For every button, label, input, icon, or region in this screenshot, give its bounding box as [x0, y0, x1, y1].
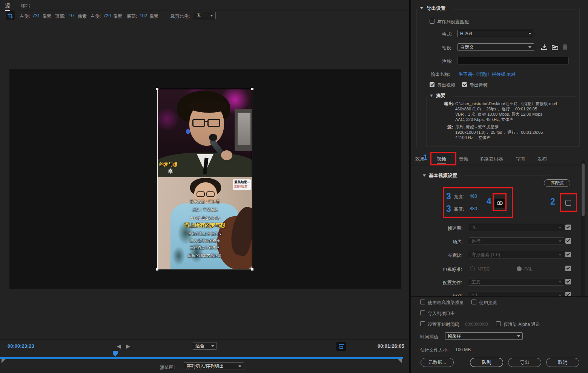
import-to-project-label: 导入到项目中 — [428, 310, 455, 317]
profile-value: 主要 — [471, 279, 556, 285]
tab-output[interactable]: 输出 — [21, 3, 31, 9]
summary-source-lines: 序列, 黄妃 - 繁华拢是梦 1920x1080 (1.0)， 25 fps， … — [455, 124, 576, 140]
import-preset-button[interactable] — [551, 43, 559, 51]
frame-rate-checkbox[interactable] — [565, 225, 571, 230]
start-timecode-value: 00:00:00:00 — [465, 322, 488, 326]
ntsc-radio — [470, 266, 475, 271]
timeline-in-handle[interactable] — [2, 359, 6, 363]
crop-icon — [8, 13, 13, 18]
annotated-checkbox[interactable] — [565, 200, 571, 206]
crop-handle-tl[interactable] — [156, 88, 158, 90]
width-value[interactable]: 460 — [470, 194, 477, 199]
use-previews-label: 使用预览 — [479, 300, 497, 306]
lyric-line: 各色的脸上各色的妆 — [158, 231, 252, 236]
crop-top-value[interactable]: 97 — [69, 13, 74, 18]
comment-input[interactable] — [458, 57, 569, 64]
export-range-button[interactable] — [336, 342, 346, 351]
lyric-line: 当你走进这欢乐场 — [158, 216, 252, 221]
man-glasses-right — [206, 191, 215, 197]
output-name-link[interactable]: 毛不易-《消愁》拼接板.mp4 — [459, 71, 516, 78]
metadata-button[interactable]: 元数据... — [421, 358, 454, 367]
render-alpha-checkbox[interactable] — [496, 321, 501, 326]
tab-source[interactable]: 源 — [5, 3, 10, 11]
match-sequence-checkbox[interactable] — [430, 19, 434, 24]
field-order-checkbox[interactable] — [565, 238, 571, 244]
tab-effects[interactable]: 效果 — [415, 156, 425, 162]
chevron-down-icon — [211, 345, 214, 347]
crop-bottom-value[interactable]: 102 — [140, 13, 147, 18]
time-interp-dropdown[interactable]: 帧采样 — [445, 332, 523, 340]
queue-button[interactable]: 队列 — [470, 358, 503, 367]
zoom-level-dropdown[interactable]: 适合 — [193, 342, 217, 350]
link-width-height-button[interactable] — [494, 199, 505, 208]
crop-ratio-value: 无 — [197, 12, 208, 19]
import-to-project-checkbox[interactable] — [420, 310, 425, 315]
level-checkbox[interactable] — [565, 292, 571, 296]
microphone-head — [209, 134, 217, 141]
max-render-quality-checkbox[interactable] — [420, 300, 425, 304]
crop-left-label: 左侧: — [20, 13, 30, 20]
height-label: 高度: — [454, 206, 464, 212]
timeline-out-handle[interactable] — [398, 359, 402, 363]
aspect-checkbox[interactable] — [565, 252, 571, 257]
chevron-down-icon — [559, 227, 562, 229]
glasses-right-lens — [207, 119, 220, 127]
export-video-checkbox[interactable] — [430, 82, 434, 87]
export-audio-checkbox[interactable] — [462, 82, 467, 87]
crop-ratio-label: 裁剪比例: — [170, 13, 190, 20]
frame-rate-value: 25 — [471, 225, 556, 230]
crop-handle-tr[interactable] — [251, 88, 253, 90]
tab-audio[interactable]: 音频 — [459, 156, 468, 162]
export-audio-label: 导出音频 — [470, 82, 488, 89]
in-point-marker-icon[interactable] — [117, 344, 121, 349]
chevron-down-icon — [559, 240, 562, 242]
set-start-timecode-label: 设置开始时间码 — [428, 321, 459, 328]
download-tray-icon — [541, 44, 548, 50]
use-previews-checkbox[interactable] — [471, 300, 476, 304]
crop-left-value[interactable]: 731 — [32, 13, 40, 18]
crop-bottom-label: 底部: — [127, 13, 137, 20]
format-dropdown[interactable]: H.264 — [458, 30, 534, 37]
tab-multiplexer[interactable]: 多路复用器 — [479, 156, 503, 162]
aspect-value: 方形像素 (1.0) — [471, 252, 556, 258]
cancel-button[interactable]: 取消 — [546, 358, 579, 367]
crop-handle-br[interactable] — [251, 268, 253, 271]
time-interp-value: 帧采样 — [448, 333, 515, 339]
tab-publish[interactable]: 发布 — [537, 156, 547, 162]
field-order-value: 逐行 — [471, 238, 556, 245]
playhead[interactable] — [113, 351, 118, 356]
profile-checkbox[interactable] — [565, 279, 571, 284]
panel-scrollbar-thumb[interactable] — [582, 164, 585, 216]
man-glasses-left — [197, 191, 205, 197]
save-preset-button[interactable] — [540, 43, 548, 51]
credit-line: 音乐总监：谭伊哲 — [158, 199, 252, 204]
match-source-button[interactable]: 匹配源 — [544, 179, 570, 187]
crop-ratio-dropdown[interactable]: 无 — [194, 12, 216, 19]
current-timecode[interactable]: 00:00:23:23 — [8, 343, 34, 349]
output-name-label: 输出名称: — [431, 71, 450, 78]
tab-video[interactable]: 视频 — [437, 156, 446, 164]
source-range-dropdown[interactable]: 序列切入/序列切出 — [184, 362, 244, 370]
summary-line: AAC, 320 Kbps, 48 kHz, 立体声 — [455, 117, 576, 122]
tab-captions[interactable]: 字幕 — [516, 156, 525, 162]
crop-right-value[interactable]: 729 — [103, 13, 111, 18]
field-order-label: 场序: — [453, 239, 463, 245]
trash-icon — [562, 44, 568, 50]
set-start-timecode-checkbox[interactable] — [420, 321, 425, 326]
tv-screen — [238, 113, 250, 145]
crop-handle-bl[interactable] — [156, 268, 158, 271]
preset-value: 自定义 — [460, 44, 526, 50]
out-point-marker-icon[interactable] — [126, 344, 130, 349]
chevron-down-icon — [238, 365, 241, 367]
crop-tool-button[interactable] — [6, 11, 15, 20]
height-value[interactable]: 880 — [470, 206, 477, 211]
preset-dropdown[interactable]: 自定义 — [458, 43, 534, 51]
chevron-down-icon — [528, 33, 531, 35]
timeline-bar[interactable] — [0, 357, 403, 359]
transport-bar: 00:00:23:23 适合 00:01:26:05 源范围: 序列切入/序列切… — [0, 339, 409, 373]
video-frame[interactable]: 的梦与想 ❄ 最美如意... 正在唱这首... 音乐总监：谭伊哲 乐队：TYZ乐… — [157, 89, 252, 269]
chevron-down-icon — [517, 335, 520, 337]
export-button[interactable]: 导出 — [508, 358, 541, 367]
tv-standard-checkbox[interactable] — [565, 266, 571, 271]
lyric-line-current: 背上所有的梦与想 — [158, 222, 252, 229]
